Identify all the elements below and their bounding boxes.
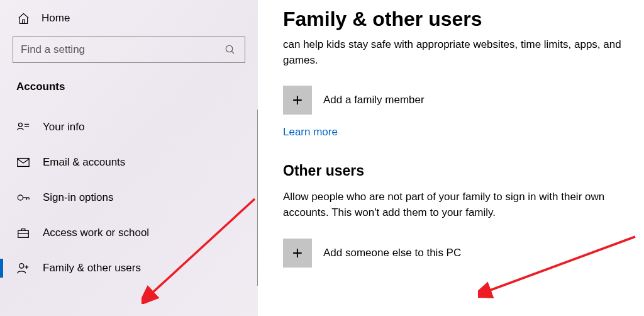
sidebar-section-title: Accounts bbox=[0, 81, 258, 110]
search-icon bbox=[223, 43, 237, 57]
key-icon bbox=[16, 191, 30, 205]
add-other-label: Add someone else to this PC bbox=[323, 247, 461, 259]
active-indicator bbox=[0, 259, 3, 278]
add-family-label: Add a family member bbox=[323, 94, 425, 106]
home-nav[interactable]: Home bbox=[0, 11, 258, 37]
svg-rect-10 bbox=[18, 230, 29, 237]
search-box[interactable] bbox=[13, 37, 245, 63]
page-title: Family & other users bbox=[283, 8, 638, 31]
sidebar-item-label: Sign-in options bbox=[43, 191, 113, 204]
search-input[interactable] bbox=[21, 43, 223, 56]
settings-sidebar: Home Accounts bbox=[0, 0, 258, 316]
svg-point-12 bbox=[19, 264, 24, 268]
sidebar-item-email[interactable]: Email & accounts bbox=[0, 145, 257, 180]
person-plus-icon bbox=[16, 261, 30, 275]
learn-more-link[interactable]: Learn more bbox=[283, 126, 338, 138]
sidebar-item-label: Email & accounts bbox=[43, 156, 125, 169]
sidebar-item-label: Family & other users bbox=[43, 262, 141, 274]
sidebar-item-signin[interactable]: Sign-in options bbox=[0, 180, 257, 215]
briefcase-icon bbox=[16, 226, 30, 240]
add-other-user-button[interactable]: + Add someone else to this PC bbox=[283, 239, 638, 268]
mail-icon bbox=[16, 155, 30, 169]
home-label: Home bbox=[42, 12, 70, 25]
plus-icon: + bbox=[283, 239, 312, 268]
main-content: Family & other users can help kids stay … bbox=[258, 0, 644, 316]
search-container bbox=[0, 37, 258, 81]
svg-point-6 bbox=[18, 195, 23, 200]
family-description: can help kids stay safe with appropriate… bbox=[283, 37, 635, 68]
other-users-heading: Other users bbox=[283, 162, 638, 179]
home-icon bbox=[16, 11, 30, 25]
sidebar-item-family[interactable]: Family & other users bbox=[0, 251, 257, 286]
sidebar-item-your-info[interactable]: Your info bbox=[0, 110, 257, 145]
svg-point-0 bbox=[226, 45, 233, 52]
other-users-description: Allow people who are not part of your fa… bbox=[283, 189, 635, 220]
sidebar-item-work-school[interactable]: Access work or school bbox=[0, 215, 257, 251]
sidebar-item-label: Access work or school bbox=[43, 227, 149, 239]
svg-point-2 bbox=[18, 123, 22, 127]
add-family-member-button[interactable]: + Add a family member bbox=[283, 86, 638, 115]
svg-line-1 bbox=[231, 51, 234, 54]
svg-rect-5 bbox=[18, 159, 29, 167]
person-card-icon bbox=[16, 120, 30, 134]
sidebar-nav: Your info Email & accounts bbox=[0, 110, 258, 286]
sidebar-item-label: Your info bbox=[43, 121, 84, 133]
plus-icon: + bbox=[283, 86, 312, 115]
